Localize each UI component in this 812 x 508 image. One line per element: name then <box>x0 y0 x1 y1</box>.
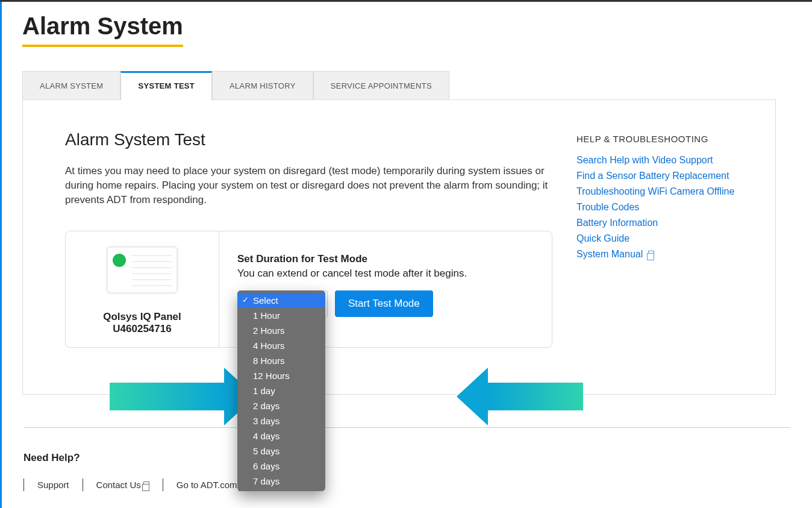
tab-service-appointments[interactable]: SERVICE APPOINTMENTS <box>313 71 449 100</box>
duration-label: Set Duration for Test Mode <box>237 253 534 265</box>
annotation-arrow-left <box>110 383 224 410</box>
duration-sublabel: You can extend or cancel test mode after… <box>237 268 534 280</box>
help-heading: HELP & TROUBLESHOOTING <box>576 134 739 144</box>
section-description: At times you may need to place your syst… <box>65 164 552 207</box>
duration-option[interactable]: Select <box>237 293 325 308</box>
footer-link-support[interactable]: Support <box>23 478 83 491</box>
duration-dropdown[interactable]: Select1 Hour2 Hours4 Hours8 Hours12 Hour… <box>237 290 325 491</box>
tab-system-test[interactable]: SYSTEM TEST <box>120 71 212 100</box>
help-link[interactable]: System Manual <box>576 249 739 260</box>
duration-option[interactable]: 1 Hour <box>237 308 325 323</box>
footer-divider <box>23 427 790 428</box>
duration-option[interactable]: 7 days <box>237 474 325 489</box>
footer-link-contact-us[interactable]: Contact Us <box>83 478 163 491</box>
tab-alarm-system[interactable]: ALARM SYSTEM <box>22 71 120 100</box>
system-test-panel: Alarm System Test At times you may need … <box>22 99 776 395</box>
help-link[interactable]: Battery Information <box>576 218 739 228</box>
device-serial: U460254716 <box>74 323 210 335</box>
section-title: Alarm System Test <box>65 130 552 149</box>
duration-option[interactable]: 4 days <box>237 428 325 444</box>
tab-bar-container: ALARM SYSTEM SYSTEM TEST ALARM HISTORY S… <box>22 71 812 100</box>
duration-option[interactable]: 12 Hours <box>237 368 325 383</box>
start-test-mode-button[interactable]: Start Test Mode <box>335 290 433 317</box>
external-link-icon <box>648 251 654 257</box>
annotation-arrow-right <box>488 383 583 410</box>
duration-option[interactable]: 3 days <box>237 413 325 428</box>
duration-option[interactable]: 4 Hours <box>237 338 325 353</box>
page-title: Alarm System <box>22 13 183 47</box>
duration-option[interactable]: 8 Hours <box>237 353 325 368</box>
test-mode-card: Qolsys IQ Panel U460254716 Set Duration … <box>65 231 552 348</box>
help-link[interactable]: Search Help with Video Support <box>576 155 739 166</box>
need-help-heading: Need Help? <box>23 452 812 464</box>
device-thumbnail <box>106 246 178 294</box>
duration-option[interactable]: 1 day <box>237 383 325 398</box>
external-link-icon <box>143 481 149 488</box>
help-link[interactable]: Find a Sensor Battery Replacement <box>576 171 739 181</box>
duration-option[interactable]: 2 Hours <box>237 323 325 338</box>
help-link[interactable]: Trouble Codes <box>576 202 739 213</box>
device-name: Qolsys IQ Panel <box>74 311 210 323</box>
duration-option[interactable]: 6 days <box>237 459 325 474</box>
help-link[interactable]: Troubleshooting WiFi Camera Offline <box>576 186 739 197</box>
duration-option[interactable]: 5 days <box>237 444 325 459</box>
tab-alarm-history[interactable]: ALARM HISTORY <box>212 71 313 100</box>
help-link[interactable]: Quick Guide <box>576 233 739 244</box>
duration-option[interactable]: 2 days <box>237 398 325 413</box>
